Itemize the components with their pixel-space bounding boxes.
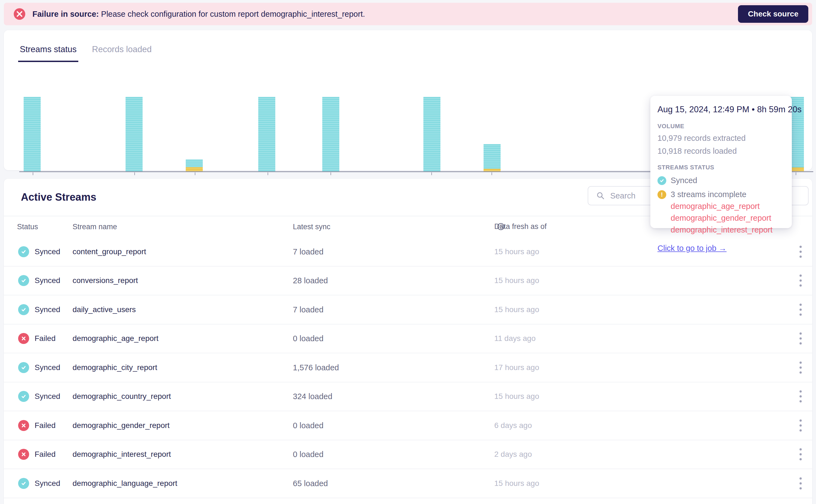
stream-name: demographic_city_report xyxy=(72,363,157,372)
data-fresh-value: 15 hours ago xyxy=(494,392,539,401)
stream-name: daily_active_users xyxy=(72,305,136,314)
synced-status-icon xyxy=(18,304,29,315)
tooltip-volume-label: VOLUME xyxy=(658,123,784,130)
table-row[interactable]: Faileddemographic_age_report0 loaded11 d… xyxy=(4,324,812,354)
failed-status-icon xyxy=(18,420,29,431)
synced-status-icon xyxy=(18,275,29,286)
incomplete-stream-link[interactable]: demographic_interest_report xyxy=(671,225,784,234)
axis-tick xyxy=(331,172,331,175)
axis-tick xyxy=(796,172,796,175)
chart-bar-jul-30[interactable] xyxy=(258,97,275,171)
row-menu-button[interactable] xyxy=(793,329,808,348)
sync-tooltip: Aug 15, 2024, 12:49 PM • 8h 59m 20s VOLU… xyxy=(650,96,792,228)
col-status: Status xyxy=(17,222,38,231)
col-stream-name: Stream name xyxy=(72,222,117,231)
table-row[interactable]: Syncedconversions_report28 loaded15 hour… xyxy=(4,267,812,296)
chart-bar-aug-6[interactable] xyxy=(483,144,501,171)
data-fresh-value: 6 days ago xyxy=(494,421,532,430)
axis-tick xyxy=(491,172,492,175)
data-fresh-value: 15 hours ago xyxy=(494,276,539,285)
data-fresh-value: 15 hours ago xyxy=(494,247,539,256)
active-streams-title: Active Streams xyxy=(21,191,96,203)
stream-name: demographic_language_report xyxy=(72,479,177,488)
chart-bar-aug-4[interactable] xyxy=(423,97,440,171)
latest-sync-value: 28 loaded xyxy=(293,276,328,285)
row-menu-button[interactable] xyxy=(793,387,808,406)
synced-check-icon xyxy=(658,176,666,185)
check-source-button[interactable]: Check source xyxy=(738,5,808,23)
chart-bar-jul-26[interactable] xyxy=(125,97,142,171)
bar-loaded-segment xyxy=(186,159,203,167)
tab-streams-status[interactable]: Streams status xyxy=(20,44,77,61)
col-data-fresh: Data fresh as of xyxy=(494,222,505,231)
table-row[interactable]: Synceddemographic_language_report65 load… xyxy=(4,469,812,498)
table-row[interactable]: Synceddemographic_city_report1,576 loade… xyxy=(4,353,812,382)
error-banner-message: Failure in source: Please check configur… xyxy=(32,10,738,19)
tooltip-incomplete-label: 3 streams incomplete xyxy=(671,190,747,199)
status-label: Failed xyxy=(35,334,55,343)
stream-name: conversions_report xyxy=(72,276,138,285)
synced-status-icon xyxy=(18,362,29,373)
bar-loaded-segment xyxy=(423,97,440,171)
stream-name: demographic_interest_report xyxy=(72,450,171,459)
status-label: Synced xyxy=(35,363,60,372)
chart-bar-jul-28[interactable] xyxy=(186,159,203,171)
bar-loaded-segment xyxy=(125,97,142,171)
tooltip-title: Aug 15, 2024, 12:49 PM • 8h 59m 20s xyxy=(658,105,784,114)
row-menu-button[interactable] xyxy=(793,271,808,290)
chart-bar-jul-23[interactable] xyxy=(24,97,41,171)
stream-name: demographic_gender_report xyxy=(72,421,169,430)
error-banner: Failure in source: Please check configur… xyxy=(4,3,812,25)
row-menu-button[interactable] xyxy=(793,242,808,261)
data-fresh-value: 11 days ago xyxy=(494,334,536,343)
incomplete-stream-link[interactable]: demographic_gender_report xyxy=(671,214,784,223)
failed-status-icon xyxy=(18,333,29,344)
synced-status-icon xyxy=(18,478,29,489)
table-row[interactable]: Synceddaily_active_users7 loaded15 hours… xyxy=(4,295,812,324)
incomplete-stream-link[interactable]: demographic_age_report xyxy=(671,202,784,211)
stream-name: content_group_report xyxy=(72,247,146,256)
synced-status-icon xyxy=(18,246,29,257)
bar-incomplete-segment xyxy=(483,169,501,171)
chart-tabs: Streams status Records loaded xyxy=(20,44,152,61)
data-fresh-value: 15 hours ago xyxy=(494,305,539,314)
chart-bar-aug-1[interactable] xyxy=(322,97,339,171)
stream-name: demographic_age_report xyxy=(72,334,158,343)
row-menu-button[interactable] xyxy=(793,416,808,435)
row-menu-button[interactable] xyxy=(793,358,808,377)
table-row[interactable]: Synceddemographic_country_report324 load… xyxy=(4,382,812,411)
tab-records-loaded[interactable]: Records loaded xyxy=(92,44,152,61)
axis-tick xyxy=(195,172,195,175)
axis-tick xyxy=(33,172,33,175)
error-banner-message-bold: Failure in source: xyxy=(32,10,99,18)
error-banner-message-rest: Please check configuration for custom re… xyxy=(99,10,365,18)
latest-sync-value: 0 loaded xyxy=(293,334,323,343)
status-label: Synced xyxy=(35,479,60,488)
latest-sync-value: 1,576 loaded xyxy=(293,363,339,372)
row-menu-button[interactable] xyxy=(793,474,808,493)
status-label: Failed xyxy=(35,450,55,459)
bar-loaded-segment xyxy=(483,144,501,169)
latest-sync-value: 7 loaded xyxy=(293,247,323,256)
failed-status-icon xyxy=(18,449,29,460)
latest-sync-value: 324 loaded xyxy=(293,392,333,401)
axis-tick xyxy=(268,172,268,175)
table-row[interactable]: Faileddemographic_interest_report0 loade… xyxy=(4,440,812,469)
col-latest-sync: Latest sync xyxy=(293,222,331,231)
latest-sync-value: 7 loaded xyxy=(293,305,323,314)
row-menu-button[interactable] xyxy=(793,445,808,464)
axis-tick xyxy=(431,172,432,175)
warning-exclamation-icon: ! xyxy=(658,190,666,199)
axis-tick xyxy=(134,172,135,175)
bar-loaded-segment xyxy=(258,97,275,171)
bar-loaded-segment xyxy=(24,97,41,171)
tooltip-records-loaded: 10,918 records loaded xyxy=(658,147,784,156)
go-to-job-link[interactable]: Click to go to job → xyxy=(658,244,727,253)
table-row[interactable]: Faileddemographic_gender_report0 loaded6… xyxy=(4,411,812,440)
tooltip-records-extracted: 10,979 records extracted xyxy=(658,134,784,143)
data-fresh-value: 15 hours ago xyxy=(494,479,539,488)
status-label: Synced xyxy=(35,276,60,285)
latest-sync-value: 65 loaded xyxy=(293,479,328,488)
row-menu-button[interactable] xyxy=(793,300,808,319)
col-data-fresh-label: Data fresh as of xyxy=(494,222,547,231)
